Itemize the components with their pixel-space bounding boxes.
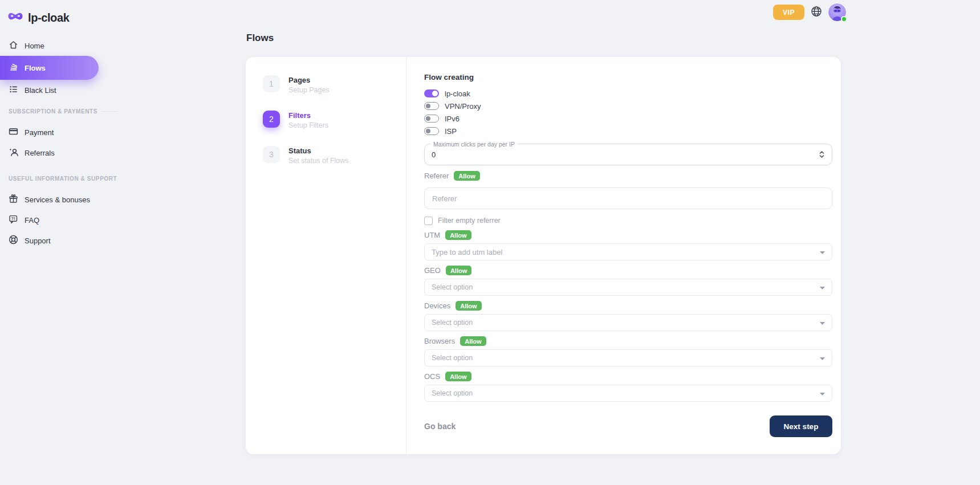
utm-combo-field[interactable] xyxy=(424,243,832,260)
sidebar-section-support: USEFUL INFORMATION & SUPPORT xyxy=(9,176,103,182)
max-clicks-label: Maximum clicks per day per IP xyxy=(430,141,518,148)
step-subtitle: Setup Pages xyxy=(288,86,330,94)
step-pages[interactable]: 1 Pages Setup Pages xyxy=(263,75,406,95)
sidebar-item-label: Referrals xyxy=(25,149,55,157)
sidebar-item-payment[interactable]: Payment xyxy=(0,122,103,142)
devices-label: Devices xyxy=(424,301,450,310)
flow-creating-form: Flow creating lp-cloak VPN/Proxy IPv6 IS… xyxy=(406,57,841,454)
chevron-down-icon xyxy=(820,319,825,327)
browsers-label-row: Browsers Allow xyxy=(424,336,832,346)
lifebuoy-icon xyxy=(9,235,18,246)
go-back-button[interactable]: Go back xyxy=(424,422,456,431)
filter-empty-referrer-row: Filter empty referrer xyxy=(424,216,832,225)
ipv6-toggle[interactable] xyxy=(424,115,439,123)
utm-label: UTM xyxy=(424,231,440,239)
number-stepper-icon[interactable] xyxy=(819,150,825,159)
step-title: Status xyxy=(288,146,349,155)
vip-button[interactable]: VIP xyxy=(773,5,804,20)
step-title: Pages xyxy=(288,75,330,84)
step-number: 1 xyxy=(263,75,280,92)
sidebar-item-faq[interactable]: ?! FAQ xyxy=(0,210,103,230)
utm-input[interactable] xyxy=(432,248,815,256)
brand-logo[interactable]: lp-cloak xyxy=(0,0,103,28)
browsers-label: Browsers xyxy=(424,337,455,345)
select-placeholder: Select option xyxy=(432,319,473,327)
next-step-button[interactable]: Next step xyxy=(770,415,832,437)
step-title: Filters xyxy=(288,111,328,120)
toggle-label: VPN/Proxy xyxy=(445,102,481,111)
toggle-label: IPv6 xyxy=(445,115,459,123)
payment-icon xyxy=(9,127,18,138)
referer-field xyxy=(424,188,832,209)
geo-label-row: GEO Allow xyxy=(424,266,832,275)
language-globe-button[interactable] xyxy=(811,6,822,19)
sidebar-item-label: FAQ xyxy=(25,216,39,225)
user-avatar[interactable] xyxy=(828,3,846,21)
sidebar-item-services-bonuses[interactable]: Services & bonuses xyxy=(0,189,103,210)
sidebar-item-home[interactable]: Home xyxy=(0,35,103,56)
filter-empty-referrer-checkbox[interactable] xyxy=(424,217,433,225)
geo-select[interactable]: Select option xyxy=(424,279,832,296)
black-list-icon xyxy=(9,84,18,96)
max-clicks-input[interactable] xyxy=(432,150,819,159)
devices-select[interactable]: Select option xyxy=(424,314,832,331)
ocs-select[interactable]: Select option xyxy=(424,385,832,402)
select-placeholder: Select option xyxy=(432,389,473,397)
sidebar-item-label: Payment xyxy=(25,128,54,137)
chevron-down-icon xyxy=(820,283,825,291)
referer-input[interactable] xyxy=(432,194,824,203)
svg-text:?!: ?! xyxy=(11,216,15,221)
geo-label: GEO xyxy=(424,266,441,275)
referer-label: Referer xyxy=(424,172,449,180)
section-divider-line xyxy=(102,111,117,112)
brand-name: lp-cloak xyxy=(28,11,69,25)
sidebar-item-referrals[interactable]: Referrals xyxy=(0,142,103,163)
sidebar-item-label: Home xyxy=(25,42,44,50)
step-number: 2 xyxy=(263,111,280,128)
referer-allow-badge[interactable]: Allow xyxy=(454,171,479,181)
ocs-label-row: OCS Allow xyxy=(424,372,832,381)
sidebar-item-label: Flows xyxy=(25,64,46,72)
lp-cloak-toggle[interactable] xyxy=(424,89,439,97)
ocs-allow-badge[interactable]: Allow xyxy=(445,372,471,381)
utm-allow-badge[interactable]: Allow xyxy=(445,230,471,240)
topbar-actions: VIP xyxy=(773,3,846,21)
select-placeholder: Select option xyxy=(432,354,473,362)
home-icon xyxy=(9,40,18,51)
referrals-icon xyxy=(9,147,18,158)
sidebar-item-flows[interactable]: Flows xyxy=(0,56,99,80)
vpn-proxy-toggle[interactable] xyxy=(424,102,439,110)
sidebar-item-label: Services & bonuses xyxy=(25,195,90,204)
toggle-row-ipv6: IPv6 xyxy=(424,112,832,125)
step-subtitle: Set status of Flows xyxy=(288,157,349,165)
gift-icon xyxy=(9,194,18,205)
online-status-dot xyxy=(841,16,847,22)
faq-icon: ?! xyxy=(9,214,18,226)
sidebar: lp-cloak Home Flows xyxy=(0,0,103,485)
select-placeholder: Select option xyxy=(432,283,473,291)
step-filters[interactable]: 2 Filters Setup Filters xyxy=(263,111,406,130)
max-clicks-field: Maximum clicks per day per IP xyxy=(424,144,832,165)
step-subtitle: Setup Filters xyxy=(288,121,328,129)
geo-allow-badge[interactable]: Allow xyxy=(446,266,471,275)
sidebar-item-label: Black List xyxy=(25,86,56,95)
sidebar-item-black-list[interactable]: Black List xyxy=(0,80,103,100)
toggle-row-lp-cloak: lp-cloak xyxy=(424,87,832,100)
sidebar-nav: Home Flows Black List xyxy=(0,35,103,251)
chevron-down-icon xyxy=(820,248,825,256)
browsers-allow-badge[interactable]: Allow xyxy=(460,336,486,346)
flows-icon xyxy=(9,62,18,74)
wizard-steps: 1 Pages Setup Pages 2 Filters Setup Filt… xyxy=(246,57,406,454)
devices-allow-badge[interactable]: Allow xyxy=(456,301,481,311)
ocs-label: OCS xyxy=(424,372,440,381)
sidebar-item-label: Support xyxy=(25,237,51,245)
chevron-down-icon xyxy=(820,354,825,362)
browsers-select[interactable]: Select option xyxy=(424,349,832,366)
mask-logo-icon xyxy=(7,11,23,24)
sidebar-item-support[interactable]: Support xyxy=(0,230,103,251)
sidebar-section-subscription: SUBSCRIPTION & PAYMENTS xyxy=(9,108,103,115)
isp-toggle[interactable] xyxy=(424,127,439,135)
step-status[interactable]: 3 Status Set status of Flows xyxy=(263,146,406,165)
app-root: lp-cloak Home Flows xyxy=(0,0,980,485)
utm-label-row: UTM Allow xyxy=(424,230,832,240)
